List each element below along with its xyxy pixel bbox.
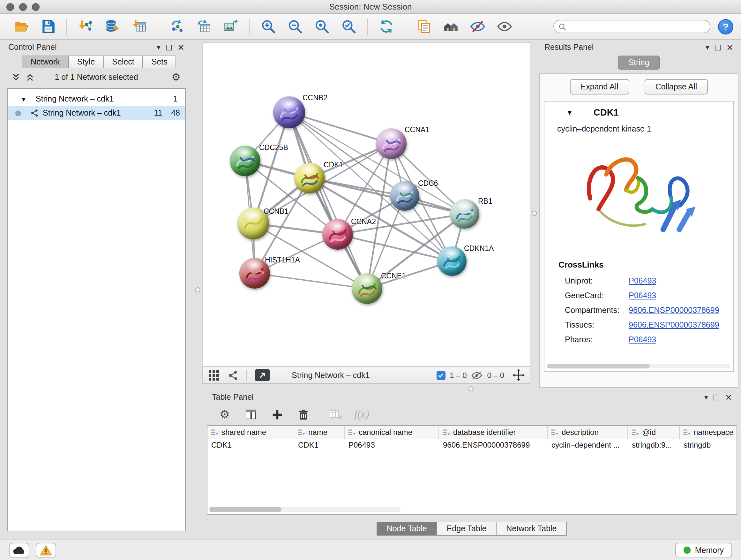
network-node-ccna2[interactable] (322, 219, 353, 250)
cloud-status-icon[interactable] (9, 543, 29, 558)
add-column-icon[interactable] (269, 407, 285, 422)
crosslink-link[interactable]: 9606.ENSP00000378699 (629, 320, 719, 329)
tab-string[interactable]: String (617, 56, 660, 70)
results-tab-bar: String (539, 56, 738, 70)
column-header-database-identifier[interactable]: database identifier (439, 426, 548, 439)
zoom-out-icon[interactable] (285, 16, 305, 37)
column-header-canonical-name[interactable]: canonical name (345, 426, 439, 439)
network-node-cdc6[interactable] (390, 181, 419, 211)
delete-column-trash-icon[interactable] (295, 407, 311, 422)
network-node-ccne1[interactable] (352, 273, 382, 304)
import-table-icon[interactable] (129, 16, 149, 37)
crosslink-link[interactable]: P06493 (629, 276, 656, 285)
search-box[interactable] (553, 20, 711, 33)
collapse-all-button[interactable]: Collapse All (645, 79, 708, 95)
expand-all-icon[interactable] (26, 73, 34, 82)
share-network-icon[interactable] (227, 369, 239, 381)
tab-style[interactable]: Style (68, 56, 104, 68)
network-collection-row[interactable]: ▼ String Network – cdk1 1 (8, 92, 185, 106)
network-canvas[interactable]: CCNB2CCNA1CDC25BCDK1CDC6RB1CCNB1CCNA2CDK… (202, 42, 530, 367)
results-horizontal-scrollbar[interactable] (547, 364, 731, 368)
collapse-all-icon[interactable] (12, 73, 20, 82)
save-session-icon[interactable] (38, 16, 58, 37)
network-node-cdk1[interactable] (294, 163, 325, 193)
column-header-name[interactable]: name (294, 426, 345, 439)
float-panel-icon[interactable] (166, 44, 172, 50)
tab-edge-table[interactable]: Edge Table (436, 522, 497, 536)
float-panel-icon[interactable] (715, 44, 721, 50)
collapse-triangle-icon[interactable]: ▼ (566, 109, 573, 116)
zoom-in-icon[interactable] (258, 16, 278, 37)
crosslinks-heading: CrossLinks (558, 260, 733, 269)
hidden-items-eye-icon[interactable] (471, 371, 483, 380)
copy-document-icon[interactable] (414, 16, 434, 37)
gene-section-header[interactable]: ▼ CDK1 (544, 105, 733, 119)
crosslink-link[interactable]: P06493 (629, 291, 656, 300)
fit-content-crosshair-icon[interactable] (513, 369, 525, 381)
search-input[interactable] (569, 22, 705, 31)
scrollbar-thumb[interactable] (547, 364, 650, 368)
minimize-window-button[interactable] (19, 3, 27, 11)
network-node-cdkn1a[interactable] (437, 246, 467, 276)
zoom-fit-icon[interactable] (312, 16, 332, 37)
close-panel-icon[interactable]: ✕ (725, 393, 732, 401)
import-network-icon[interactable] (75, 16, 96, 37)
show-details-eye-icon[interactable] (494, 16, 515, 37)
column-header-shared-name[interactable]: shared name (207, 426, 294, 439)
export-table-icon[interactable] (193, 16, 214, 37)
column-header-description[interactable]: description (548, 426, 628, 439)
column-header-namespace[interactable]: namespace (680, 426, 737, 439)
tab-network[interactable]: Network (22, 56, 69, 68)
warning-icon[interactable] (36, 543, 56, 558)
tab-network-table[interactable]: Network Table (496, 522, 567, 536)
table-panel-title: Table Panel (212, 393, 254, 401)
show-columns-icon[interactable] (243, 407, 259, 422)
table-row[interactable]: CDK1CDK1P064939606.ENSP00000378699cyclin… (207, 439, 737, 452)
network-options-gear-icon[interactable]: ⚙ (172, 72, 181, 82)
panel-menu-icon[interactable]: ▾ (704, 394, 708, 401)
help-icon[interactable]: ? (718, 19, 733, 34)
selected-nodes-icon[interactable] (436, 371, 445, 380)
memory-label: Memory (695, 546, 724, 555)
table-options-gear-icon[interactable]: ⚙ (217, 407, 232, 422)
grid-view-icon[interactable] (208, 369, 219, 381)
export-image-icon[interactable] (220, 16, 241, 37)
home-icon[interactable] (441, 16, 461, 37)
crosslink-label: Pharos: (565, 335, 629, 344)
network-edge[interactable] (289, 112, 367, 289)
table-horizontal-scrollbar[interactable] (209, 507, 401, 512)
zoom-window-button[interactable] (32, 3, 40, 11)
network-node-rb1[interactable] (450, 199, 479, 229)
panel-menu-icon[interactable]: ▾ (157, 44, 160, 51)
close-panel-icon[interactable]: ✕ (178, 43, 185, 51)
node-table: shared namenamecanonical namedatabase id… (207, 425, 737, 515)
tab-select[interactable]: Select (103, 56, 143, 68)
network-edge[interactable] (255, 273, 367, 289)
network-row-selected[interactable]: String Network – cdk1 11 48 (8, 106, 185, 120)
tab-sets[interactable]: Sets (143, 56, 177, 68)
splitter-handle[interactable] (195, 287, 200, 293)
crosslink-link[interactable]: 9606.ENSP00000378699 (629, 306, 719, 314)
column-header-id[interactable]: @id (628, 426, 680, 439)
float-panel-icon[interactable] (714, 394, 719, 400)
refresh-layout-icon[interactable] (376, 16, 396, 37)
panel-menu-icon[interactable]: ▾ (705, 44, 709, 51)
close-window-button[interactable] (6, 3, 14, 11)
memory-button[interactable]: Memory (675, 543, 732, 557)
scrollbar-thumb[interactable] (209, 507, 281, 512)
zoom-selected-icon[interactable] (338, 16, 359, 37)
expand-all-button[interactable]: Expand All (570, 79, 629, 95)
collapse-triangle-icon[interactable]: ▼ (20, 96, 27, 103)
network-node-ccnb2[interactable] (273, 97, 305, 128)
splitter-handle[interactable] (532, 211, 537, 216)
network-node-cdc25b[interactable] (230, 145, 260, 176)
network-node-ccna1[interactable] (376, 128, 407, 159)
tab-node-table[interactable]: Node Table (377, 522, 437, 536)
export-network-icon[interactable] (166, 16, 187, 37)
crosslink-link[interactable]: P06493 (629, 335, 656, 344)
open-in-window-icon[interactable] (255, 369, 270, 381)
close-panel-icon[interactable]: ✕ (726, 43, 733, 51)
open-session-icon[interactable] (11, 16, 31, 37)
import-network-database-icon[interactable] (102, 16, 123, 37)
hide-details-eye-icon[interactable] (467, 16, 488, 37)
